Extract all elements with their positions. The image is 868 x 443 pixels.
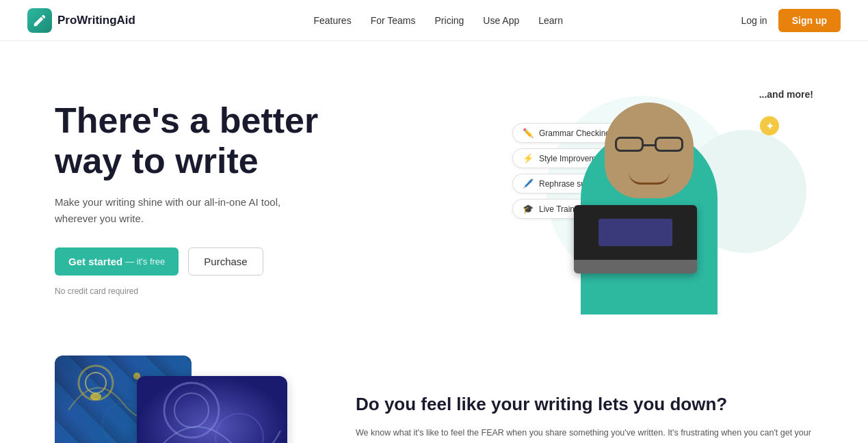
style-icon: ⚡ [523,153,534,163]
logo-icon [27,8,52,33]
grammar-icon: ✏️ [523,128,534,138]
nav-features[interactable]: Features [313,15,351,26]
sparkle-icon: ✦ [760,116,779,135]
nav-for-teams[interactable]: For Teams [371,15,416,26]
hero-headline: There's a better way to write [55,100,318,180]
nav-actions: Log in Sign up [741,9,841,32]
hero-illustration: ...and more! ✦ ✏️ Grammar Checking ⚡ Sty… [512,82,813,314]
nav-pricing[interactable]: Pricing [435,15,464,26]
logo-text: ProWritingAid [57,14,135,27]
rephrase-icon: 🖊️ [523,178,534,189]
purchase-button[interactable]: Purchase [188,247,263,276]
second-images: My idea in my head [55,355,301,443]
nav-use-app[interactable]: Use App [483,15,519,26]
nav-links: Features For Teams Pricing Use App Learn [313,15,563,26]
second-headline: Do you feel like your writing lets you d… [356,393,813,416]
hero-left: There's a better way to write Make your … [55,100,318,295]
blue-swirl-card [137,376,287,443]
hero-subtext: Make your writing shine with our all-in-… [55,194,301,227]
second-body: We know what it's like to feel the FEAR … [356,426,813,443]
get-started-button[interactable]: Get started — it's free [55,247,179,276]
main-nav: ProWritingAid Features For Teams Pricing… [0,0,868,41]
and-more-text: ...and more! [759,89,813,100]
person-illustration [567,103,731,314]
svg-rect-4 [137,376,287,443]
logo-link[interactable]: ProWritingAid [27,8,135,33]
svg-point-0 [79,366,113,400]
no-credit-card-text: No credit card required [55,286,318,296]
hero-cta: Get started — it's free Purchase [55,247,318,276]
second-section: My idea in my head Do you feel like your… [0,342,868,443]
signup-button[interactable]: Sign up [778,9,841,32]
nav-learn[interactable]: Learn [538,15,563,26]
hero-section: There's a better way to write Make your … [0,41,868,342]
login-link[interactable]: Log in [741,15,767,26]
training-icon: 🎓 [523,204,534,214]
second-text: Do you feel like your writing lets you d… [356,393,813,443]
